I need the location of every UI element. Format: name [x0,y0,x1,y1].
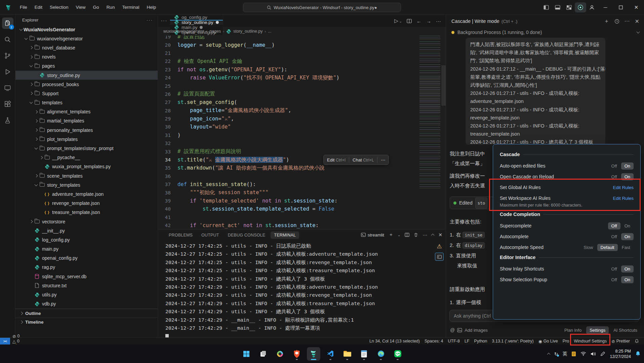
status-go-live[interactable]: ◉Go Live [536,338,560,344]
code-line-25[interactable]: 25 [158,82,446,90]
taskbar-start-icon[interactable] [240,347,253,361]
sidebar-section-timeline[interactable]: Timeline [15,318,158,326]
tree-item-revenge_template.json[interactable]: { }revenge_template.json [15,199,158,208]
toggle-show-inlay-shortcuts-off[interactable]: Off [608,265,620,273]
activity-extensions-icon[interactable] [2,98,13,110]
taskbar-line-icon[interactable] [391,347,404,361]
toggle-open-cascade-on-reload-off[interactable]: Off [608,173,620,180]
tree-item-Support[interactable]: Support [15,89,158,98]
minimap[interactable] [419,36,440,189]
toggle-autocomplete-speed-fast[interactable]: Fast [618,244,634,251]
taskbar-edge-icon[interactable] [374,347,388,361]
nav-back-icon[interactable]: ← [416,18,421,24]
minimize-button[interactable]: ─ [598,0,613,15]
code-line-33[interactable]: 33# 設置應用程式標題與說明 [158,147,446,155]
editor-more-actions-icon[interactable]: ··· [436,18,441,24]
code-line-23[interactable]: 23if not os.getenv("OPENAI_API_KEY"): [158,66,446,74]
code-line-37[interactable]: 37def init_session_state(): [158,180,446,188]
code-line-38[interactable]: 38 """初始化 session state""" [158,188,446,196]
tree-item-openai_config.py[interactable]: openai_config.py [15,254,158,263]
code-line-27[interactable]: 27st.set_page_config( [158,98,446,106]
tree-item-structure.txt[interactable]: structure.txt [15,281,158,290]
mention-icon[interactable]: @ [450,327,455,333]
breadcrumb-item[interactable]: wuxianovelsgenerator [163,29,204,34]
inline-more-button[interactable]: ⋯ [381,157,385,162]
status-error[interactable]: ⊘0 [10,334,24,339]
activity-run-debug-icon[interactable] [2,66,13,77]
code-line-35[interactable]: 35st.markdown("讓 AI 助你創造一個具有金庸風格的武俠小說 [158,164,446,172]
split-terminal-icon[interactable] [405,233,409,237]
tab-og_config.py[interactable]: og_config.py [170,15,223,20]
tree-item-story_outline.py[interactable]: story_outline.py [15,71,158,80]
tree-item-plot_templates[interactable]: plot_templates [15,135,158,144]
code-line-32[interactable]: 32 [158,139,446,147]
toggle-auto-open-edited-files-off[interactable]: Off [608,162,620,170]
nav-forward-icon[interactable]: → [426,18,431,24]
code-line-19[interactable]: 19# 設置日誌 [158,36,446,41]
ime-language-indicator[interactable]: 英 [562,351,567,357]
cascade-more-icon[interactable]: ··· [625,18,630,24]
menu-file[interactable]: File [16,3,31,11]
close-button[interactable]: ✕ [629,0,644,15]
menu-run[interactable]: Run [103,3,119,11]
taskbar-clock[interactable]: 8:25 PM 12/27/2024 [610,349,631,359]
toggle-autocomplete-speed-default[interactable]: Default [597,244,618,251]
code-line-36[interactable]: 36 [158,172,446,180]
toggle-supercomplete-off[interactable]: Off [608,222,620,229]
activity-explorer-icon[interactable]: 2 [2,17,13,29]
menu-selection[interactable]: Selection [46,3,72,11]
code-area[interactable]: 19# 設置日誌20logger = setup_logger(__name__… [158,36,446,229]
code-line-21[interactable]: 21 [158,49,446,57]
edit-rules-link[interactable]: Edit Rules [613,185,634,190]
tree-item-__pycache__[interactable]: __pycache__ [15,153,158,162]
tree-item-sqlite_mcp_server.db[interactable]: sqlite_mcp_server.db [15,272,158,281]
tree-item-__init__.py[interactable]: __init__.py [15,226,158,235]
status-pro[interactable]: Pro [560,338,571,344]
activity-source-control-icon[interactable] [2,50,13,61]
terminal-tab-item[interactable] [435,253,444,261]
code-line-26[interactable]: 26# 設置頁面配置 [158,90,446,98]
activity-remote-window-icon[interactable] [2,82,13,94]
terminal-warning-icon[interactable]: ⚠ [437,243,442,250]
taskbar-windsurf-icon[interactable] [307,347,320,361]
status-utf-8[interactable]: UTF-8 [446,338,462,344]
add-images-button[interactable]: @ Add images [450,327,488,333]
tab-overflow-icon[interactable]: ··· [158,15,170,27]
windsurf-cascade-icon[interactable] [575,2,586,12]
tree-item-novels[interactable]: novels [15,52,158,62]
panel-more-actions-icon[interactable]: ··· [422,232,427,238]
status-lf[interactable]: LF [462,338,472,344]
tree-item-WuxiaNovelsGenerator[interactable]: WuxiaNovelsGenerator [15,25,158,34]
breadcrumb[interactable]: wuxianovelsgenerator›pages›story_outline… [158,27,446,36]
tab-story_outline.py[interactable]: story_outline.py [170,20,223,25]
terminal-profile[interactable]: streamlit [361,232,384,238]
explorer-more-actions-icon[interactable]: ··· [147,17,153,23]
panel-tab-terminal[interactable]: Terminal [271,231,299,239]
code-line-41[interactable]: 41 [158,213,446,221]
menu-edit[interactable]: Edit [31,3,46,11]
toggle-show-selection-popup-on[interactable]: On [621,276,634,283]
code-line-31[interactable]: 31) [158,131,446,139]
tree-item-story_templates[interactable]: story_templates [15,180,158,189]
cascade-log-box[interactable]: 門遭人陷害,被冠以叛師罪名', '家族捲入朝廷黨派鬥爭,遭到誣陷', '武林同道… [466,38,605,145]
toggle-supercomplete-on[interactable]: On [621,222,634,229]
taskbar-notes-icon[interactable] [357,347,371,361]
tree-item-prompt_templates\story_prompt[interactable]: prompt_templates\story_prompt [15,144,158,153]
tree-item-templates[interactable]: templates [15,98,158,107]
toggle-show-selection-popup-off[interactable]: Off [608,276,620,283]
cascade-tab-settings[interactable]: Settings [586,326,609,334]
command-center-search[interactable]: WuxiaNovelsGenerator - Windsurf - story_… [243,3,401,12]
sidebar-section-outline[interactable]: Outline [15,309,158,318]
inline-chat-button[interactable]: Chat Ctrl+L [353,157,374,162]
activity-testing-icon[interactable] [2,114,13,126]
toggle-panel-bottom-icon[interactable] [552,2,563,12]
tree-item-adventure_template.json[interactable]: { }adventure_template.json [15,189,158,198]
status-3-13-1-venv-poetry[interactable]: 3.13.1 ('.venv': Poetry) [490,338,536,344]
cascade-close-icon[interactable]: ✕ [635,18,639,25]
menu-go[interactable]: Go [89,3,103,11]
taskbar-explorer-icon[interactable] [340,347,354,361]
code-line-22[interactable]: 22# 檢查 OpenAI API 金鑰 [158,57,446,65]
wifi-icon[interactable] [580,352,586,356]
menu-terminal[interactable]: Terminal [118,3,143,11]
tree-item-rag.py[interactable]: rag.py [15,263,158,272]
